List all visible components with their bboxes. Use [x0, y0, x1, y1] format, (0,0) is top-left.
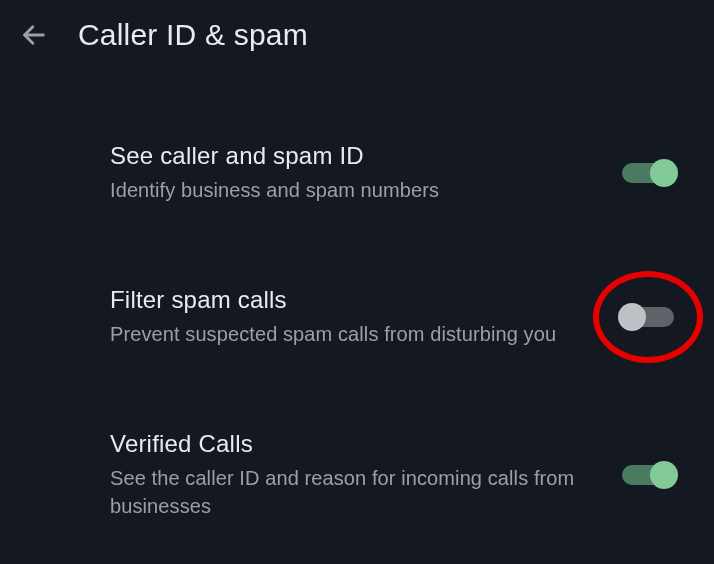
page-title: Caller ID & spam	[78, 18, 308, 52]
setting-see-caller-id[interactable]: See caller and spam ID Identify business…	[20, 110, 694, 214]
toggle-filter-spam[interactable]	[622, 307, 674, 327]
toggle-thumb	[618, 303, 646, 331]
setting-description: Prevent suspected spam calls from distur…	[110, 320, 602, 348]
setting-text-block: Filter spam calls Prevent suspected spam…	[110, 286, 622, 348]
setting-verified-calls[interactable]: Verified Calls See the caller ID and rea…	[20, 398, 694, 530]
setting-title: See caller and spam ID	[110, 142, 602, 170]
setting-filter-spam[interactable]: Filter spam calls Prevent suspected spam…	[20, 254, 694, 358]
toggle-container	[622, 307, 674, 327]
toggle-thumb	[650, 159, 678, 187]
header: Caller ID & spam	[0, 0, 714, 70]
setting-title: Filter spam calls	[110, 286, 602, 314]
toggle-see-caller-id[interactable]	[622, 163, 674, 183]
setting-text-block: Verified Calls See the caller ID and rea…	[110, 430, 622, 520]
toggle-verified-calls[interactable]	[622, 465, 674, 485]
toggle-container	[622, 163, 674, 183]
toggle-thumb	[650, 461, 678, 489]
back-arrow-icon[interactable]	[20, 21, 48, 49]
settings-list: See caller and spam ID Identify business…	[0, 70, 714, 530]
setting-text-block: See caller and spam ID Identify business…	[110, 142, 622, 204]
setting-description: Identify business and spam numbers	[110, 176, 602, 204]
toggle-container	[622, 465, 674, 485]
setting-title: Verified Calls	[110, 430, 602, 458]
setting-description: See the caller ID and reason for incomin…	[110, 464, 602, 520]
